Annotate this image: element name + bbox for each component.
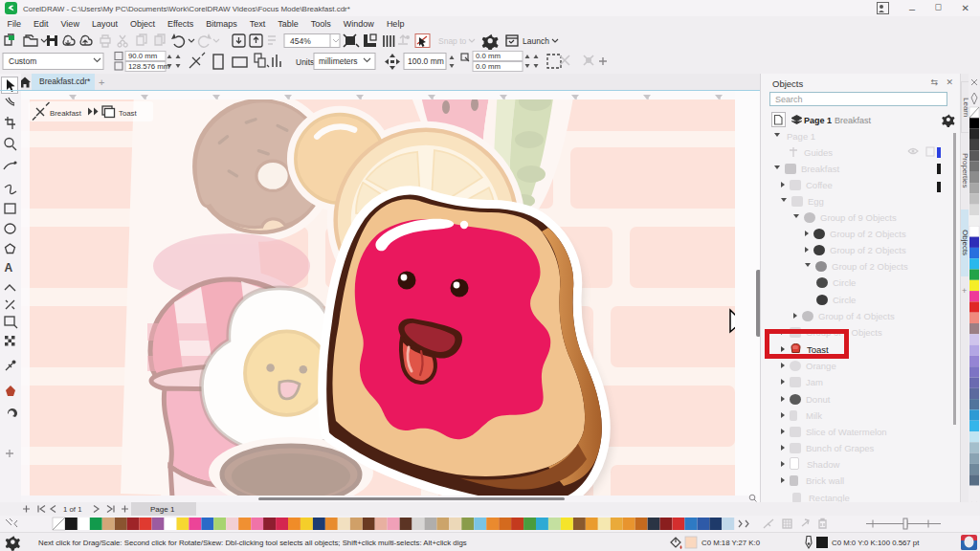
svg-text:454%: 454%: [290, 36, 311, 46]
svg-text:Launch: Launch: [523, 36, 549, 46]
svg-text:90.0 mm: 90.0 mm: [128, 52, 157, 60]
svg-text:128.576 mm: 128.576 mm: [128, 62, 169, 71]
svg-text:C0 M:18 Y:27 K:0: C0 M:18 Y:27 K:0: [702, 539, 761, 547]
svg-text:100.0 mm: 100.0 mm: [408, 56, 444, 66]
svg-text:Custom: Custom: [9, 56, 36, 66]
svg-text:C0 M:0 Y:0 K:100 0.567 pt: C0 M:0 Y:0 K:100 0.567 pt: [832, 539, 920, 547]
svg-text:Breakfast: Breakfast: [50, 109, 82, 118]
svg-text:0.0 mm: 0.0 mm: [476, 62, 501, 71]
svg-text:Units:: Units:: [296, 57, 317, 67]
svg-text:1 of 1: 1 of 1: [63, 505, 82, 514]
svg-text:Page 1: Page 1: [804, 116, 832, 125]
svg-text:Breakfast: Breakfast: [835, 116, 872, 125]
svg-text:millimeters: millimeters: [319, 56, 358, 66]
svg-text:A: A: [5, 261, 13, 275]
svg-text:Page 1: Page 1: [150, 505, 175, 514]
svg-text:0.0 mm: 0.0 mm: [476, 52, 501, 60]
svg-text:Next click for Drag/Scale: Sec: Next click for Drag/Scale: Second click …: [38, 539, 467, 547]
svg-text:Toast: Toast: [119, 109, 137, 118]
svg-text:Snap to: Snap to: [438, 36, 467, 46]
